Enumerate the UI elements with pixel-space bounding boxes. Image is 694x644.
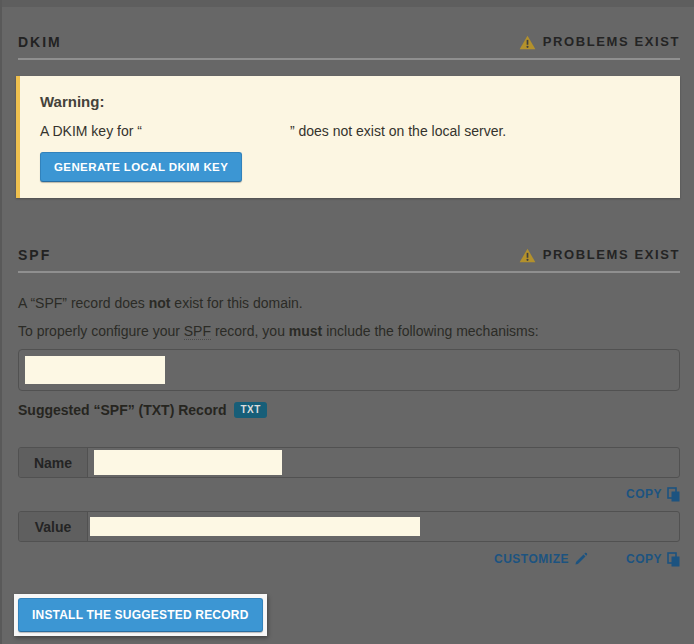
dkim-section-title: DKIM [18,33,62,51]
spf-status-label: PROBLEMS EXIST [543,246,680,264]
dkim-section: DKIM PROBLEMS EXIST Warning: A DKIM key … [18,33,680,198]
install-suggested-record-button[interactable]: INSTALL THE SUGGESTED RECORD [18,598,263,632]
line2-middle: record, you [211,323,289,339]
pencil-icon [574,552,588,566]
customize-label: CUSTOMIZE [494,552,569,566]
suggested-record-label: Suggested “SPF” (TXT) Record [18,400,226,420]
spf-configure-text: To properly configure your SPF record, y… [18,323,680,340]
top-divider [0,0,694,7]
spf-status-badge: PROBLEMS EXIST [519,246,680,264]
dkim-warning-callout: Warning: A DKIM key for “” does not exis… [16,76,680,198]
dkim-status-label: PROBLEMS EXIST [543,33,680,51]
redacted-record-name [94,450,282,475]
record-name-label: Name [19,448,88,477]
record-type-badge: TXT [234,402,266,418]
line1-before: A “SPF” record does [18,295,149,311]
warning-heading: Warning: [40,92,660,111]
redacted-mechanism-value [25,356,165,384]
customize-link[interactable]: CUSTOMIZE [494,552,588,566]
redacted-domain-value [142,125,290,136]
record-name-row: Name [18,447,680,478]
record-value-value-cell [88,512,679,541]
line2-before: To properly configure your [18,323,184,339]
record-value-row: Value [18,511,680,542]
spf-record-missing-text: A “SPF” record does not exist for this d… [18,295,680,312]
copy-value-link[interactable]: COPY [626,552,680,567]
line1-bold: not [149,295,171,311]
warning-message: A DKIM key for “” does not exist on the … [40,123,660,140]
warning-triangle-icon [519,35,536,50]
email-deliverability-panel: DKIM PROBLEMS EXIST Warning: A DKIM key … [0,0,694,644]
spf-abbr: SPF [184,323,211,340]
record-name-value-cell [88,448,679,477]
warning-message-before: A DKIM key for “ [40,123,142,139]
redacted-record-value [90,517,420,536]
spf-section: SPF PROBLEMS EXIST A “SPF” record does n… [18,246,680,636]
warning-message-after: ” does not exist on the local server. [290,123,506,139]
name-actions-row: COPY [18,486,680,502]
line2-after: include the following mechanisms: [322,323,538,339]
panel-content: DKIM PROBLEMS EXIST Warning: A DKIM key … [0,33,694,636]
value-actions-row: CUSTOMIZE COPY [18,551,680,567]
suggested-record-row: Suggested “SPF” (TXT) Record TXT [18,400,680,420]
required-mechanisms-box [18,349,680,391]
generate-local-dkim-key-button[interactable]: GENERATE LOCAL DKIM KEY [40,152,242,182]
left-edge-line [0,0,2,644]
warning-triangle-icon [519,248,536,263]
copy-name-label: COPY [626,487,662,501]
spf-section-header: SPF PROBLEMS EXIST [18,246,680,273]
record-value-label: Value [19,512,88,541]
copy-value-label: COPY [626,552,662,566]
line2-bold: must [289,323,322,339]
install-button-highlight-frame: INSTALL THE SUGGESTED RECORD [14,594,267,636]
line1-after: exist for this domain. [170,295,302,311]
copy-icon [667,487,680,502]
dkim-status-badge: PROBLEMS EXIST [519,33,680,51]
copy-name-link[interactable]: COPY [626,487,680,502]
spf-section-title: SPF [18,246,51,264]
dkim-section-header: DKIM PROBLEMS EXIST [18,33,680,60]
copy-icon [667,552,680,567]
